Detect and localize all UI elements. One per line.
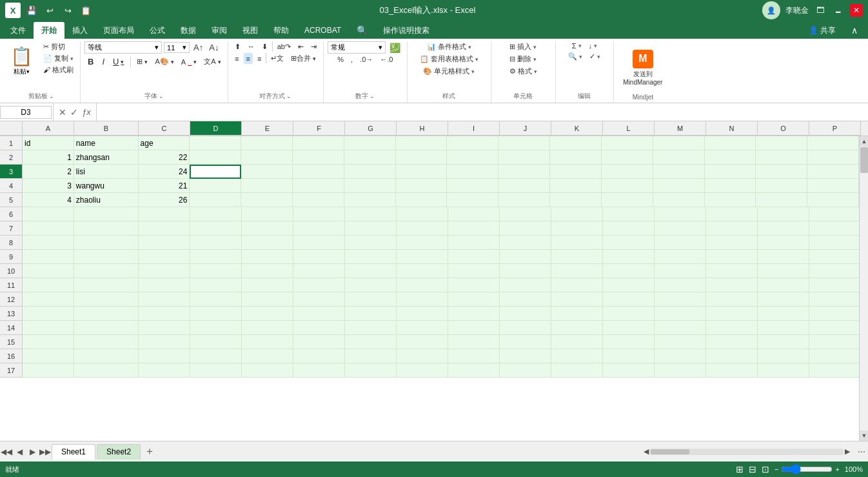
cell-N14[interactable] [706,321,758,335]
sheet-options-btn[interactable]: ⋯ [855,447,868,456]
cell-C2[interactable]: 22 [139,150,190,165]
cell-A14[interactable] [23,321,74,335]
cell-B16[interactable] [74,349,139,363]
cell-C3[interactable]: 24 [139,165,190,179]
cell-H14[interactable] [397,321,448,335]
cell-G5[interactable] [344,193,396,207]
cell-E5[interactable] [241,193,293,207]
tab-file[interactable]: 文件 [3,22,34,39]
sheet-tab-sheet2[interactable]: Sheet2 [97,444,141,460]
row-header-15[interactable]: 15 [0,335,23,349]
cell-B17[interactable] [74,363,139,378]
cell-A1[interactable]: id [23,136,74,150]
align-left[interactable]: ≡ [232,53,241,64]
cell-M17[interactable] [655,363,706,378]
row-header-17[interactable]: 17 [0,363,23,378]
cell-A12[interactable] [23,292,74,307]
cell-O7[interactable] [758,221,809,236]
cell-M13[interactable] [655,307,706,321]
cell-G9[interactable] [345,250,397,264]
find-btn[interactable]: 🔍 ▾ [566,52,585,61]
cell-L13[interactable] [603,307,655,321]
cell-C12[interactable] [139,292,190,307]
cell-F7[interactable] [293,221,345,236]
align-bottom[interactable]: ⬇ [259,41,270,52]
cell-B14[interactable] [74,321,139,335]
row-header-4[interactable]: 4 [0,179,23,193]
cell-M8[interactable] [655,236,706,250]
cell-J15[interactable] [500,335,551,349]
cell-A6[interactable] [23,207,74,221]
cell-J3[interactable] [498,165,550,179]
cell-J4[interactable] [498,179,550,193]
cell-H8[interactable] [397,236,448,250]
font-name-select[interactable]: 等线▾ [84,41,162,54]
cell-G14[interactable] [345,321,397,335]
col-header-F[interactable]: F [293,121,345,136]
cell-F12[interactable] [293,292,345,307]
row-header-9[interactable]: 9 [0,250,23,264]
col-header-H[interactable]: H [397,121,448,136]
cell-I2[interactable] [447,150,498,165]
cell-J17[interactable] [500,363,551,378]
cell-K4[interactable] [550,179,602,193]
font-size-select[interactable]: 11▾ [164,42,190,53]
align-center[interactable]: ≡ [244,53,253,64]
zoom-plus-icon[interactable]: + [835,465,839,473]
cell-O10[interactable] [758,264,809,278]
number-format-select[interactable]: 常规▾ [328,41,386,54]
cell-N7[interactable] [706,221,758,236]
cell-N17[interactable] [706,363,758,378]
cell-L6[interactable] [603,207,655,221]
cell-G1[interactable] [344,136,396,150]
cell-K12[interactable] [551,292,603,307]
text-direction[interactable]: ab↷ [275,41,293,52]
cell-F13[interactable] [293,307,345,321]
cell-J9[interactable] [500,250,551,264]
cell-H15[interactable] [397,335,448,349]
cell-N11[interactable] [706,278,758,292]
decimal-increase[interactable]: .0→ [357,55,375,64]
cell-E2[interactable] [241,150,293,165]
cell-D16[interactable] [190,349,242,363]
col-header-I[interactable]: I [448,121,500,136]
cell-O1[interactable] [756,136,807,150]
cell-K3[interactable] [550,165,602,179]
conditional-format-btn[interactable]: 📊 条件格式 ▾ [424,41,474,52]
cell-K5[interactable] [550,193,602,207]
fill-color-button[interactable]: A🎨▾ [152,57,176,66]
tab-help[interactable]: 帮助 [266,22,297,39]
cell-A2[interactable]: 1 [23,150,74,165]
cell-M16[interactable] [655,349,706,363]
cell-D12[interactable] [190,292,242,307]
cell-P14[interactable] [809,321,859,335]
indent-increase[interactable]: ⇥ [308,41,319,52]
cell-K9[interactable] [551,250,603,264]
cell-I16[interactable] [448,349,500,363]
cell-I6[interactable] [448,207,500,221]
cell-H4[interactable] [396,179,448,193]
cut-button[interactable]: ✂ 剪切 [41,41,76,52]
clipboard-arrow[interactable]: ⌄ [49,93,54,99]
cell-H1[interactable] [396,136,448,150]
view-break-btn[interactable]: ⊡ [762,464,769,474]
cell-O2[interactable] [756,150,807,165]
number-arrow[interactable]: ⌄ [370,93,375,99]
cell-N8[interactable] [706,236,758,250]
align-top[interactable]: ⬆ [232,41,243,52]
cell-F3[interactable] [293,165,344,179]
row-header-12[interactable]: 12 [0,292,23,307]
cell-D3[interactable] [190,165,241,179]
cell-L10[interactable] [603,264,655,278]
cell-I1[interactable] [447,136,498,150]
cell-M12[interactable] [655,292,706,307]
cell-D13[interactable] [190,307,242,321]
col-header-J[interactable]: J [500,121,551,136]
font-color-button[interactable]: A_▾ [179,57,199,66]
col-header-L[interactable]: L [603,121,655,136]
cell-K11[interactable] [551,278,603,292]
cell-H10[interactable] [397,264,448,278]
cell-F9[interactable] [293,250,345,264]
cell-J14[interactable] [500,321,551,335]
cell-E3[interactable] [241,165,293,179]
